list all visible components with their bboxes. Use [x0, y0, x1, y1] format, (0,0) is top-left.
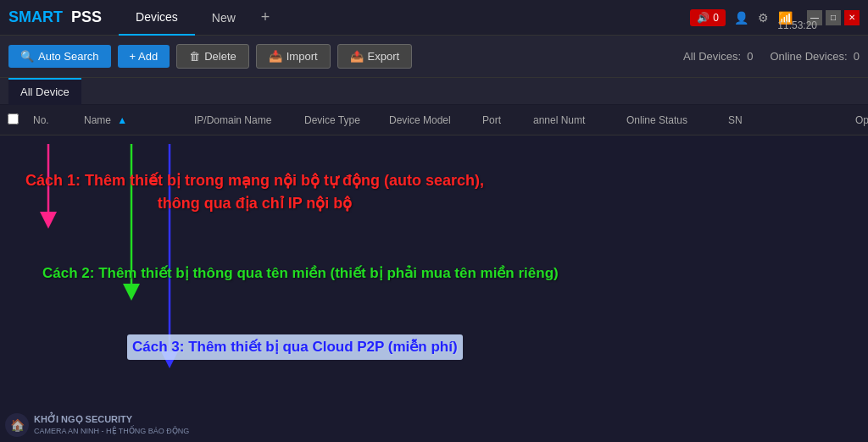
cach1-annotation: Cách 1: Thêm thiết bị trong mạng nội bộ … — [25, 169, 484, 215]
toolbar: 🔍 Auto Search + Add 🗑 Delete 📥 Import 📤 … — [0, 36, 868, 78]
close-button[interactable]: ✕ — [844, 10, 860, 25]
delete-label: Delete — [204, 50, 236, 63]
cach3-annotation: Cách 3: Thêm thiết bị qua Cloud P2P (miễ… — [127, 334, 463, 360]
col-checkbox[interactable] — [4, 113, 30, 127]
all-devices-count: 0 — [747, 50, 753, 63]
add-label: + Add — [130, 50, 159, 63]
alert-button[interactable]: 🔊 0 — [690, 9, 726, 26]
col-port-label: Port — [482, 114, 501, 126]
col-device-type: Device Type — [301, 114, 386, 126]
tab-devices-label: Devices — [136, 10, 178, 24]
export-button[interactable]: 📤 Export — [337, 44, 413, 69]
trash-icon: 🗑 — [189, 50, 200, 63]
col-channel-num-label: annel Numt — [533, 114, 585, 126]
cach2-annotation: Cách 2: Thêm thiết bị thông qua tên miền… — [42, 262, 559, 285]
device-counts: All Devices: 0 Online Devices: 0 — [683, 50, 860, 63]
cach2-text: Cách 2: Thêm thiết bị thông qua tên miền… — [42, 262, 559, 285]
export-icon: 📤 — [350, 50, 364, 63]
col-device-model-label: Device Model — [389, 114, 451, 126]
export-label: Export — [368, 50, 400, 63]
col-ip-label: IP/Domain Name — [194, 114, 271, 126]
titlebar: SMART PSS Devices New + 🔊 0 👤 ⚙ 📶 — □ ✕ … — [0, 0, 868, 36]
watermark: 🏠 KHỞI NGỌ SECURITY CAMERA AN NINH - HỆ … — [5, 413, 189, 437]
col-ip: IP/Domain Name — [191, 114, 301, 126]
online-devices-count: 0 — [854, 50, 860, 63]
watermark-icon: 🏠 — [5, 413, 29, 437]
all-device-tab-label: All Device — [20, 86, 70, 98]
speaker-icon: 🔊 — [697, 12, 709, 24]
col-no-label: No. — [33, 114, 49, 126]
table-header: No. Name ▲ IP/Domain Name Device Type De… — [0, 105, 868, 135]
import-icon: 📥 — [269, 50, 282, 63]
col-no: No. — [30, 114, 81, 126]
watermark-brand: KHỞI NGỌ SECURITY — [34, 413, 189, 426]
plus-icon: + — [261, 8, 270, 25]
tab-new[interactable]: New — [195, 0, 253, 36]
tab-add-button[interactable]: + — [253, 8, 279, 26]
titlebar-right: 🔊 0 👤 ⚙ 📶 — □ ✕ — [690, 9, 860, 26]
col-name-label: Name — [84, 114, 111, 126]
col-operation-label: Operation — [855, 114, 868, 126]
tab-bar: All Device — [0, 78, 868, 105]
add-button[interactable]: + Add — [118, 45, 170, 68]
col-port: Port — [479, 114, 530, 126]
col-device-model: Device Model — [386, 114, 479, 126]
auto-search-label: Auto Search — [38, 50, 99, 63]
col-operation: Operation — [852, 114, 868, 126]
online-devices-label: Online Devices: 0 — [770, 50, 860, 63]
restore-button[interactable]: □ — [826, 10, 841, 25]
logo-pss: PSS — [71, 8, 102, 25]
alert-count: 0 — [713, 12, 719, 24]
col-online-status-label: Online Status — [626, 114, 687, 126]
tab-new-label: New — [212, 11, 236, 25]
watermark-text: KHỞI NGỌ SECURITY CAMERA AN NINH - HỆ TH… — [34, 413, 189, 437]
tab-devices[interactable]: Devices — [119, 0, 195, 36]
all-device-tab[interactable]: All Device — [8, 78, 81, 105]
import-button[interactable]: 📥 Import — [256, 44, 331, 69]
clock: 11:53:20 — [777, 19, 817, 31]
col-channel-num: annel Numt — [530, 114, 623, 126]
col-sn: SN — [725, 114, 852, 126]
app-logo: SMART PSS — [8, 8, 102, 26]
col-sn-label: SN — [728, 114, 743, 126]
online-devices-text: Online Devices: — [770, 50, 847, 63]
search-icon: 🔍 — [20, 50, 34, 63]
delete-button[interactable]: 🗑 Delete — [176, 44, 249, 69]
auto-search-button[interactable]: 🔍 Auto Search — [8, 45, 111, 68]
watermark-sub: CAMERA AN NINH - HỆ THỐNG BÁO ĐỘNG — [34, 426, 189, 437]
cach1-line1: Cách 1: Thêm thiết bị trong mạng nội bộ … — [25, 169, 484, 192]
sort-asc-icon: ▲ — [117, 114, 127, 126]
user-icon[interactable]: 👤 — [732, 11, 749, 25]
cach1-line2: thông qua địa chỉ IP nội bộ — [25, 192, 484, 215]
titlebar-tabs: Devices New + — [119, 0, 690, 36]
all-devices-text: All Devices: — [683, 50, 741, 63]
all-devices-label: All Devices: 0 — [683, 50, 753, 63]
col-online-status: Online Status — [623, 114, 725, 126]
col-name[interactable]: Name ▲ — [81, 114, 191, 126]
main-content: Cách 1: Thêm thiết bị trong mạng nội bộ … — [0, 135, 868, 442]
gear-icon[interactable]: ⚙ — [754, 11, 771, 25]
cach3-text: Cách 3: Thêm thiết bị qua Cloud P2P (miễ… — [132, 336, 458, 358]
logo-smart: SMART — [8, 8, 63, 25]
import-label: Import — [287, 50, 318, 63]
col-device-type-label: Device Type — [304, 114, 360, 126]
